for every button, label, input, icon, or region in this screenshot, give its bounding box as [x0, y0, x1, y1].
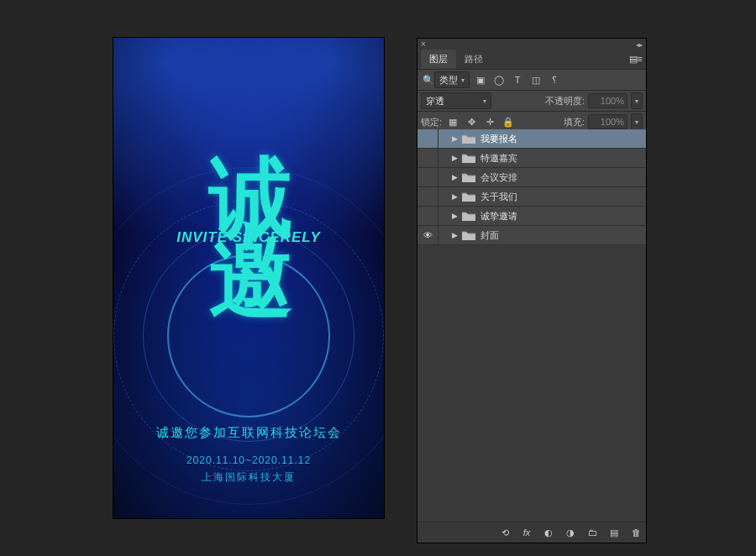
link-layers-icon[interactable]: ⟲ — [498, 526, 512, 539]
expand-arrow-icon[interactable]: ▶ — [449, 231, 460, 239]
filter-kind-select[interactable]: 类型 ▾ — [434, 71, 470, 88]
layer-name: 封面 — [480, 229, 499, 242]
chevron-down-icon: ▾ — [461, 76, 465, 84]
collapse-icon[interactable]: ◂▸ — [636, 41, 643, 49]
blend-mode-select[interactable]: 穿透 ▾ — [421, 92, 491, 109]
visibility-toggle[interactable] — [417, 149, 438, 167]
visibility-toggle[interactable] — [417, 207, 438, 225]
filter-smart-icon[interactable]: ⸮ — [547, 72, 562, 87]
search-icon: 🔍 — [423, 75, 434, 86]
tab-layers[interactable]: 图层 — [421, 50, 456, 69]
layer-list: ▶我要报名▶特邀嘉宾▶会议安排▶关于我们▶诚挚邀请👁▶封面 — [417, 129, 646, 522]
poster-location: 上海国际科技大厦 — [113, 470, 384, 485]
folder-icon — [462, 230, 475, 240]
layer-filter-row: 🔍 类型 ▾ ▣ ◯ T ◫ ⸮ — [417, 69, 646, 90]
panel-footer: ⟲ fx ◐ ◑ 🗀 ▤ 🗑 — [417, 522, 646, 543]
layer-name: 诚挚邀请 — [480, 210, 517, 223]
visibility-toggle[interactable] — [417, 129, 438, 148]
visibility-toggle[interactable]: 👁 — [417, 226, 438, 244]
panel-menu-icon[interactable]: ▤≡ — [629, 54, 643, 65]
filter-kind-label: 类型 — [439, 74, 458, 87]
new-layer-icon[interactable]: ▤ — [607, 526, 621, 539]
layer-name: 关于我们 — [480, 191, 517, 203]
visibility-toggle[interactable] — [417, 168, 438, 186]
poster-title-en: INVITE SINCERELY — [113, 229, 384, 246]
panel-tabs: 图层 路径 ▤≡ — [417, 50, 646, 69]
filter-pixel-icon[interactable]: ▣ — [473, 72, 488, 87]
new-group-icon[interactable]: 🗀 — [585, 526, 599, 539]
expand-arrow-icon[interactable]: ▶ — [449, 173, 460, 181]
poster-subtitle: 诚邀您参加互联网科技论坛会 — [113, 425, 384, 441]
opacity-field[interactable]: 100% — [588, 93, 627, 108]
layers-panel: × ◂▸ 图层 路径 ▤≡ 🔍 类型 ▾ ▣ ◯ T ◫ ⸮ 穿透 ▾ — [417, 38, 647, 543]
layer-row[interactable]: ▶诚挚邀请 — [417, 207, 646, 226]
mask-icon[interactable]: ◐ — [542, 526, 555, 539]
folder-icon — [462, 191, 475, 202]
close-icon[interactable]: × — [421, 39, 426, 49]
visibility-toggle[interactable] — [417, 187, 438, 206]
filter-adjust-icon[interactable]: ◯ — [491, 72, 507, 87]
blend-mode-value: 穿透 — [426, 95, 444, 108]
lock-all-icon[interactable]: 🔒 — [501, 114, 516, 129]
layer-name: 我要报名 — [480, 133, 517, 145]
tab-paths[interactable]: 路径 — [456, 50, 491, 69]
layer-row[interactable]: ▶关于我们 — [417, 187, 646, 207]
filter-type-icon[interactable]: T — [510, 72, 525, 87]
opacity-dropdown[interactable]: ▾ — [631, 92, 643, 109]
fill-field[interactable]: 100% — [588, 114, 627, 129]
fill-label: 填充: — [564, 116, 585, 129]
trash-icon[interactable]: 🗑 — [629, 526, 643, 539]
panel-titlebar[interactable]: × ◂▸ — [417, 39, 646, 50]
layer-list-empty — [417, 245, 646, 522]
layer-row[interactable]: 👁▶封面 — [417, 226, 646, 245]
expand-arrow-icon[interactable]: ▶ — [449, 212, 460, 220]
expand-arrow-icon[interactable]: ▶ — [449, 192, 460, 201]
expand-arrow-icon[interactable]: ▶ — [449, 134, 460, 143]
blend-row: 穿透 ▾ 不透明度: 100% ▾ — [417, 90, 646, 111]
folder-icon — [462, 172, 475, 182]
lock-brush-icon[interactable]: ✥ — [464, 114, 479, 129]
document-canvas[interactable]: 诚 邀 INVITE SINCERELY 诚邀您参加互联网科技论坛会 2020.… — [113, 38, 384, 518]
poster-dates: 2020.11.10~2020.11.12 — [113, 454, 384, 466]
fx-icon[interactable]: fx — [520, 526, 533, 539]
lock-label: 锁定: — [421, 116, 442, 129]
eye-icon: 👁 — [423, 230, 433, 240]
layer-row[interactable]: ▶我要报名 — [417, 129, 646, 149]
folder-icon — [462, 153, 475, 163]
opacity-label: 不透明度: — [545, 95, 585, 108]
folder-icon — [462, 211, 475, 221]
adjustment-icon[interactable]: ◑ — [564, 526, 577, 539]
chevron-down-icon: ▾ — [483, 97, 486, 105]
layer-name: 会议安排 — [480, 171, 517, 184]
expand-arrow-icon[interactable]: ▶ — [449, 154, 460, 162]
lock-pixels-icon[interactable]: ▦ — [445, 114, 460, 129]
layer-name: 特邀嘉宾 — [480, 152, 517, 165]
layer-row[interactable]: ▶会议安排 — [417, 168, 646, 187]
filter-shape-icon[interactable]: ◫ — [528, 72, 543, 87]
lock-position-icon[interactable]: ✛ — [482, 114, 497, 129]
fill-dropdown[interactable]: ▾ — [631, 113, 643, 130]
layer-row[interactable]: ▶特邀嘉宾 — [417, 149, 646, 168]
folder-icon — [462, 134, 475, 144]
